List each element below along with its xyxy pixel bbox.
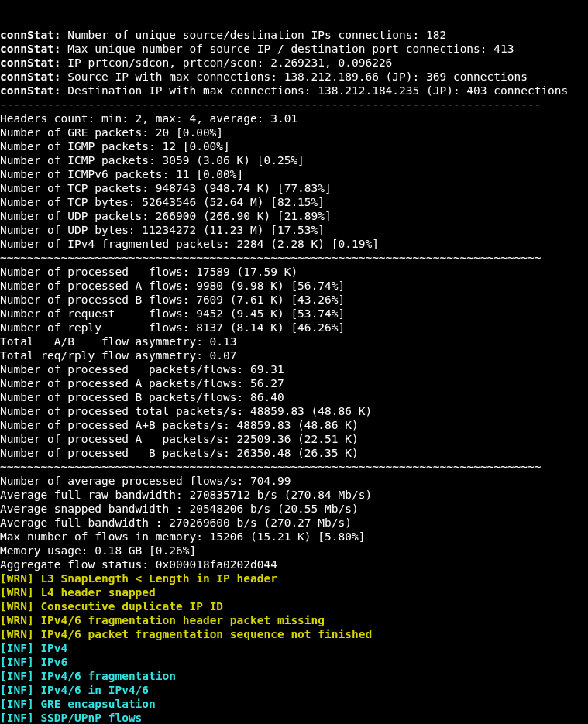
connstat-msg: Max unique number of source IP / destina… <box>61 43 514 55</box>
divider: ~~~~~~~~~~~~~~~~~~~~~~~~~~~~~~~~~~~~~~~~… <box>0 461 541 473</box>
stat-line: Number of processed A flows: 9980 (9.98 … <box>0 280 345 292</box>
stat-line: Number of processed B flows: 7609 (7.61 … <box>0 293 345 306</box>
wrn-msg: L4 header snapped <box>40 586 155 599</box>
stat-line: Headers count: min: 2, max: 4, average: … <box>0 112 297 125</box>
inf-msg: IPv4/6 in IPv4/6 <box>40 684 149 696</box>
wrn-tag: [WRN] <box>0 614 34 626</box>
connstat-label: connStat: <box>0 70 61 83</box>
stat-line: Number of processed A+B packets/s: 48859… <box>0 419 359 431</box>
inf-tag: [INF] <box>0 712 34 724</box>
wrn-tag: [WRN] <box>0 600 34 612</box>
stat-line: Number of processed B packets/s: 26350.4… <box>0 447 359 459</box>
stat-line: Number of processed total packets/s: 488… <box>0 405 372 417</box>
wrn-tag: [WRN] <box>0 572 34 585</box>
wrn-msg: IPv4/6 packet fragmentation sequence not… <box>40 628 372 640</box>
divider: ~~~~~~~~~~~~~~~~~~~~~~~~~~~~~~~~~~~~~~~~… <box>0 252 541 264</box>
stat-line: Number of UDP bytes: 11234272 (11.23 M) … <box>0 224 325 236</box>
divider: ----------------------------------------… <box>0 98 541 111</box>
connstat-label: connStat: <box>0 57 61 69</box>
stat-line: Number of processed packets/flows: 69.31 <box>0 363 284 376</box>
wrn-msg: L3 SnapLength < Length in IP header <box>40 572 277 585</box>
stat-line: Memory usage: 0.18 GB [0.26%] <box>0 544 196 557</box>
stat-line: Number of IPv4 fragmented packets: 2284 … <box>0 238 379 250</box>
inf-tag: [INF] <box>0 670 34 682</box>
inf-msg: IPv6 <box>40 656 67 668</box>
stat-line: Average full bandwidth : 270269600 b/s (… <box>0 516 352 529</box>
connstat-msg: IP prtcon/sdcon, prtcon/scon: 2.269231, … <box>61 57 393 69</box>
stat-line: Number of request flows: 9452 (9.45 K) [… <box>0 307 345 320</box>
stat-line: Total A/B flow asymmetry: 0.13 <box>0 335 237 348</box>
stat-line: Number of processed flows: 17589 (17.59 … <box>0 266 297 278</box>
stat-line: Number of reply flows: 8137 (8.14 K) [46… <box>0 321 345 334</box>
inf-msg: IPv4 <box>40 642 67 654</box>
inf-msg: IPv4/6 fragmentation <box>40 670 176 682</box>
terminal-output: connStat: Number of unique source/destin… <box>0 28 588 724</box>
stat-line: Number of average processed flows/s: 704… <box>0 475 291 487</box>
stat-line: Average full raw bandwidth: 270835712 b/… <box>0 489 372 501</box>
stat-line: Number of processed A packets/flows: 56.… <box>0 377 284 389</box>
stat-line: Number of TCP packets: 948743 (948.74 K)… <box>0 182 332 194</box>
stat-line: Average snapped bandwidth : 20548206 b/s… <box>0 503 359 515</box>
wrn-msg: Consecutive duplicate IP ID <box>40 600 223 612</box>
connstat-label: connStat: <box>0 84 61 97</box>
inf-tag: [INF] <box>0 656 34 668</box>
stat-line: Number of processed A packets/s: 22509.3… <box>0 433 359 445</box>
inf-tag: [INF] <box>0 642 34 654</box>
stat-line: Aggregate flow status: 0x000018fa0202d04… <box>0 558 277 571</box>
stat-line: Number of TCP bytes: 52643546 (52.64 M) … <box>0 196 325 208</box>
inf-msg: GRE encapsulation <box>40 698 155 710</box>
inf-tag: [INF] <box>0 698 34 710</box>
connstat-msg: Destination IP with max connections: 138… <box>61 84 569 97</box>
inf-tag: [INF] <box>0 684 34 696</box>
connstat-msg: Source IP with max connections: 138.212.… <box>61 70 528 83</box>
inf-msg: SSDP/UPnP flows <box>40 712 142 724</box>
stat-line: Max number of flows in memory: 15206 (15… <box>0 530 365 543</box>
stat-line: Number of ICMPv6 packets: 11 [0.00%] <box>0 168 243 180</box>
connstat-msg: Number of unique source/destination IPs … <box>61 29 447 41</box>
stat-line: Number of UDP packets: 266900 (266.90 K)… <box>0 210 332 222</box>
wrn-tag: [WRN] <box>0 586 34 599</box>
stat-line: Number of IGMP packets: 12 [0.00%] <box>0 140 230 153</box>
connstat-label: connStat: <box>0 29 61 41</box>
connstat-label: connStat: <box>0 43 61 55</box>
stat-line: Number of processed B packets/flows: 86.… <box>0 391 284 403</box>
stat-line: Total req/rply flow asymmetry: 0.07 <box>0 349 237 362</box>
wrn-msg: IPv4/6 fragmentation header packet missi… <box>40 614 325 626</box>
stat-line: Number of ICMP packets: 3059 (3.06 K) [0… <box>0 154 304 166</box>
wrn-tag: [WRN] <box>0 628 34 640</box>
stat-line: Number of GRE packets: 20 [0.00%] <box>0 126 223 139</box>
